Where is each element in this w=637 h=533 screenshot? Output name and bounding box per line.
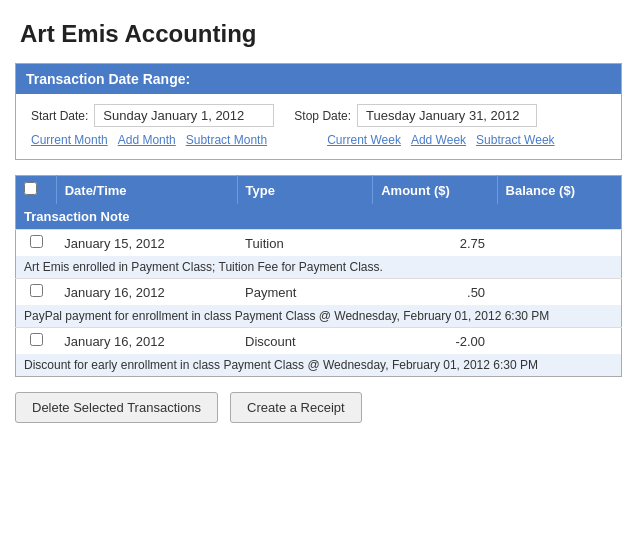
receipt-button[interactable]: Create a Receipt <box>230 392 362 423</box>
row-amount: .50 <box>373 279 497 306</box>
note-text: PayPal payment for enrollment in class P… <box>16 305 622 328</box>
th-balance: Balance ($) <box>497 176 621 205</box>
table-row: January 15, 2012 Tuition 2.75 <box>16 230 622 257</box>
add-week-link[interactable]: Add Week <box>411 133 466 147</box>
start-date-field: Start Date: <box>31 104 274 127</box>
stop-date-input[interactable] <box>357 104 537 127</box>
date-range-section: Transaction Date Range: Start Date: Stop… <box>15 63 622 160</box>
note-row: PayPal payment for enrollment in class P… <box>16 305 622 328</box>
start-date-links: Current Month Add Month Subtract Month <box>31 133 267 147</box>
note-row: Discount for early enrollment in class P… <box>16 354 622 377</box>
row-checkbox[interactable] <box>30 333 43 346</box>
row-type: Payment <box>237 279 373 306</box>
row-balance <box>497 230 621 257</box>
stop-date-label: Stop Date: <box>294 109 351 123</box>
add-month-link[interactable]: Add Month <box>118 133 176 147</box>
th-datetime: Date/Time <box>56 176 237 205</box>
buttons-row: Delete Selected Transactions Create a Re… <box>15 392 622 423</box>
table-row: January 16, 2012 Discount -2.00 <box>16 328 622 355</box>
row-date: January 16, 2012 <box>56 279 237 306</box>
row-checkbox-cell <box>16 230 57 257</box>
row-date: January 16, 2012 <box>56 328 237 355</box>
row-balance <box>497 279 621 306</box>
date-links-row: Current Month Add Month Subtract Month C… <box>31 133 606 147</box>
start-date-label: Start Date: <box>31 109 88 123</box>
note-text: Art Emis enrolled in Payment Class; Tuit… <box>16 256 622 279</box>
start-date-input[interactable] <box>94 104 274 127</box>
th-amount: Amount ($) <box>373 176 497 205</box>
table-row: January 16, 2012 Payment .50 <box>16 279 622 306</box>
row-checkbox-cell <box>16 279 57 306</box>
subtract-week-link[interactable]: Subtract Week <box>476 133 554 147</box>
row-checkbox[interactable] <box>30 235 43 248</box>
row-amount: -2.00 <box>373 328 497 355</box>
select-all-checkbox[interactable] <box>24 182 37 195</box>
page-title: Art Emis Accounting <box>20 20 622 48</box>
note-header-row: Transaction Note <box>16 204 622 230</box>
transactions-table: Date/Time Type Amount ($) Balance ($) Tr… <box>15 175 622 377</box>
row-balance <box>497 328 621 355</box>
table-header-row: Date/Time Type Amount ($) Balance ($) <box>16 176 622 205</box>
note-text: Discount for early enrollment in class P… <box>16 354 622 377</box>
stop-date-links: Current Week Add Week Subtract Week <box>327 133 554 147</box>
delete-button[interactable]: Delete Selected Transactions <box>15 392 218 423</box>
row-amount: 2.75 <box>373 230 497 257</box>
th-type: Type <box>237 176 373 205</box>
date-range-header: Transaction Date Range: <box>16 64 621 94</box>
row-checkbox[interactable] <box>30 284 43 297</box>
stop-date-field: Stop Date: <box>294 104 537 127</box>
current-month-link[interactable]: Current Month <box>31 133 108 147</box>
current-week-link[interactable]: Current Week <box>327 133 401 147</box>
row-type: Discount <box>237 328 373 355</box>
row-checkbox-cell <box>16 328 57 355</box>
subtract-month-link[interactable]: Subtract Month <box>186 133 267 147</box>
note-column-label: Transaction Note <box>16 204 622 230</box>
date-range-body: Start Date: Stop Date: Current Month Add… <box>16 94 621 159</box>
row-type: Tuition <box>237 230 373 257</box>
row-date: January 15, 2012 <box>56 230 237 257</box>
th-check <box>16 176 57 205</box>
note-row: Art Emis enrolled in Payment Class; Tuit… <box>16 256 622 279</box>
